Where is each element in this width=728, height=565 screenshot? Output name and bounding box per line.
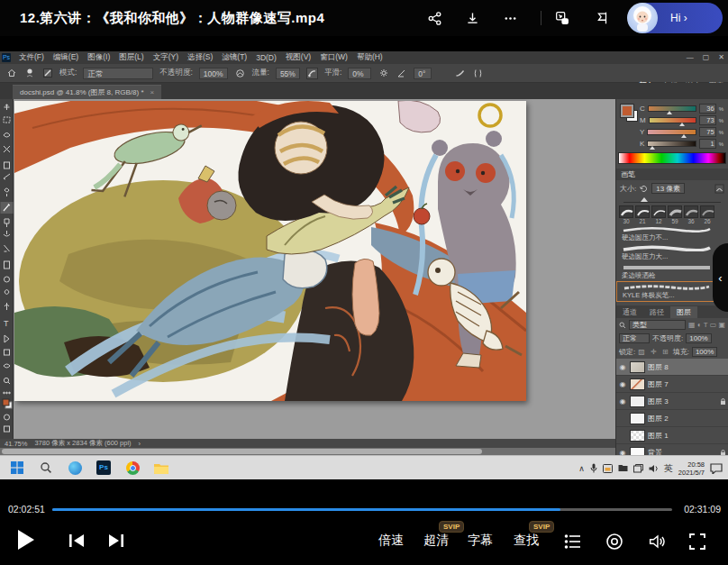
visibility-eye-icon[interactable]: ◉ bbox=[618, 397, 627, 406]
start-button[interactable] bbox=[5, 457, 29, 478]
layer-row[interactable]: 图层 1 bbox=[616, 427, 728, 444]
menu-select[interactable]: 选择(S) bbox=[183, 52, 217, 63]
brush-list-item-selected[interactable]: KYLE 终极炭笔... bbox=[616, 281, 728, 302]
subtitles-button[interactable]: 字幕 bbox=[468, 533, 493, 549]
flag-icon[interactable] bbox=[591, 7, 613, 29]
chrome-icon[interactable] bbox=[121, 457, 144, 478]
layer-row[interactable]: ◉ 图层 3 bbox=[616, 393, 728, 410]
tray-window-icon[interactable] bbox=[633, 464, 643, 473]
record-icon[interactable] bbox=[605, 533, 623, 551]
channel-k-slider[interactable] bbox=[647, 141, 696, 147]
brush-preset[interactable]: 59 bbox=[668, 205, 682, 224]
brush-list-item[interactable]: 硬边圆压力大... bbox=[616, 243, 728, 262]
progress-bar[interactable] bbox=[52, 508, 672, 511]
brush-size-slider[interactable] bbox=[623, 196, 721, 203]
brush-list-item[interactable]: 硬边圆压力不... bbox=[616, 224, 728, 243]
color-spectrum-ramp[interactable] bbox=[618, 152, 726, 164]
brush-list-item[interactable]: 柔边喷洒枪 bbox=[616, 262, 728, 281]
account-button[interactable]: Hi › bbox=[629, 3, 723, 33]
channel-m-value[interactable]: 73 bbox=[699, 115, 716, 125]
tab-close-icon[interactable]: × bbox=[150, 88, 155, 96]
ps-canvas-area[interactable] bbox=[14, 99, 615, 439]
more-icon[interactable] bbox=[499, 7, 521, 29]
smoothing-value[interactable]: 0% bbox=[348, 68, 371, 79]
photoshop-taskbar-icon[interactable]: Ps bbox=[92, 457, 115, 478]
visibility-eye-icon[interactable]: ◉ bbox=[618, 363, 627, 371]
menu-filter[interactable]: 滤镜(T) bbox=[217, 52, 251, 63]
visibility-eye-icon[interactable]: ◉ bbox=[618, 380, 627, 388]
menu-view[interactable]: 视图(V) bbox=[281, 52, 315, 63]
pressure-opacity-icon[interactable] bbox=[234, 68, 246, 79]
filter-type-select[interactable]: 类型 bbox=[629, 320, 686, 330]
sidebar-collapse-toggle[interactable]: ‹ bbox=[713, 243, 728, 312]
pressure-size-icon[interactable] bbox=[454, 68, 466, 79]
menu-image[interactable]: 图像(I) bbox=[83, 52, 114, 63]
foreground-background-swatches[interactable] bbox=[621, 105, 633, 117]
tab-channels[interactable]: 通道 bbox=[616, 306, 643, 318]
download-icon[interactable] bbox=[461, 7, 483, 29]
close-icon[interactable]: ✕ bbox=[718, 51, 724, 64]
minimize-icon[interactable]: — bbox=[687, 51, 694, 64]
tray-chevron-icon[interactable]: ∧ bbox=[578, 464, 585, 473]
lock-icons[interactable]: ▨ ✛ ⊞ bbox=[638, 348, 669, 356]
brush-pressure-icon[interactable] bbox=[714, 184, 724, 194]
file-explorer-icon[interactable] bbox=[150, 457, 173, 478]
status-chevron-icon[interactable]: › bbox=[139, 440, 141, 448]
menu-edit[interactable]: 编辑(E) bbox=[49, 52, 83, 63]
brush-angle-value[interactable]: 0° bbox=[414, 68, 432, 79]
layer-thumbnail[interactable] bbox=[630, 430, 645, 442]
playback-speed-button[interactable]: 倍速 bbox=[378, 533, 404, 549]
layer-thumbnail[interactable] bbox=[630, 378, 645, 390]
play-button[interactable] bbox=[18, 530, 34, 550]
layer-thumbnail[interactable] bbox=[630, 396, 645, 407]
tray-volume-icon[interactable] bbox=[649, 464, 659, 473]
tray-apps-icon[interactable] bbox=[603, 464, 613, 473]
notification-icon[interactable] bbox=[710, 463, 723, 474]
brush-angle-icon[interactable] bbox=[396, 68, 407, 79]
layer-row[interactable]: ◉ 图层 7 bbox=[616, 376, 728, 393]
taskbar-clock[interactable]: 20:58 2021/5/7 bbox=[678, 460, 705, 477]
taskbar-search-icon[interactable] bbox=[34, 457, 58, 478]
menu-window[interactable]: 窗口(W) bbox=[315, 52, 352, 63]
channel-m-slider[interactable] bbox=[649, 117, 696, 123]
menu-file[interactable]: 文件(F) bbox=[14, 52, 49, 63]
smoothing-gear-icon[interactable] bbox=[378, 68, 389, 79]
airbrush-icon[interactable] bbox=[306, 68, 318, 79]
layer-row[interactable]: ◉ 图层 8 bbox=[616, 359, 728, 376]
channel-c-slider[interactable] bbox=[648, 105, 696, 112]
edge-icon[interactable] bbox=[63, 457, 86, 478]
menu-type[interactable]: 文字(Y) bbox=[149, 52, 183, 63]
channel-c-value[interactable]: 36 bbox=[699, 104, 716, 114]
layer-row[interactable]: 图层 2 bbox=[616, 410, 728, 427]
menu-3d[interactable]: 3D(D) bbox=[251, 53, 281, 62]
search-in-video-button[interactable]: 查找 bbox=[514, 533, 539, 549]
mode-select[interactable]: 正常 bbox=[83, 68, 153, 79]
fullscreen-icon[interactable] bbox=[688, 533, 706, 551]
brush-size-value[interactable]: 13 像素 bbox=[651, 183, 685, 194]
home-icon[interactable] bbox=[5, 68, 17, 79]
opacity-value[interactable]: 100% bbox=[199, 68, 228, 79]
artboard[interactable] bbox=[14, 101, 526, 401]
flow-value[interactable]: 55% bbox=[276, 68, 300, 79]
input-language-indicator[interactable]: 英 bbox=[664, 462, 673, 475]
document-tab[interactable]: docshi.psd @ 41.8% (图层 8, RGB/8) * × bbox=[13, 85, 161, 99]
channel-k-value[interactable]: 1 bbox=[699, 139, 716, 149]
canvas-horizontal-scrollbar[interactable] bbox=[0, 448, 615, 455]
brush-preset[interactable]: 26 bbox=[700, 205, 714, 224]
channel-y-value[interactable]: 75 bbox=[699, 127, 716, 137]
brush-preset[interactable]: 12 bbox=[651, 205, 666, 224]
menu-layer[interactable]: 图层(L) bbox=[114, 52, 148, 63]
previous-button[interactable] bbox=[67, 532, 86, 550]
layers-opacity-value[interactable]: 100% bbox=[686, 333, 711, 343]
reset-angle-icon[interactable] bbox=[640, 185, 648, 193]
fill-value[interactable]: 100% bbox=[692, 347, 717, 357]
picture-in-picture-icon[interactable] bbox=[551, 7, 573, 29]
share-icon[interactable] bbox=[423, 7, 445, 29]
maximize-icon[interactable]: ▢ bbox=[703, 51, 710, 64]
layer-thumbnail[interactable] bbox=[630, 413, 645, 424]
playlist-icon[interactable] bbox=[564, 533, 582, 550]
zoom-level[interactable]: 41.75% bbox=[5, 440, 27, 448]
blend-mode-select[interactable]: 正常 bbox=[619, 333, 650, 343]
brush-panel-toggle-icon[interactable] bbox=[41, 68, 53, 79]
brushes-panel-header[interactable]: 画笔 bbox=[616, 169, 728, 180]
